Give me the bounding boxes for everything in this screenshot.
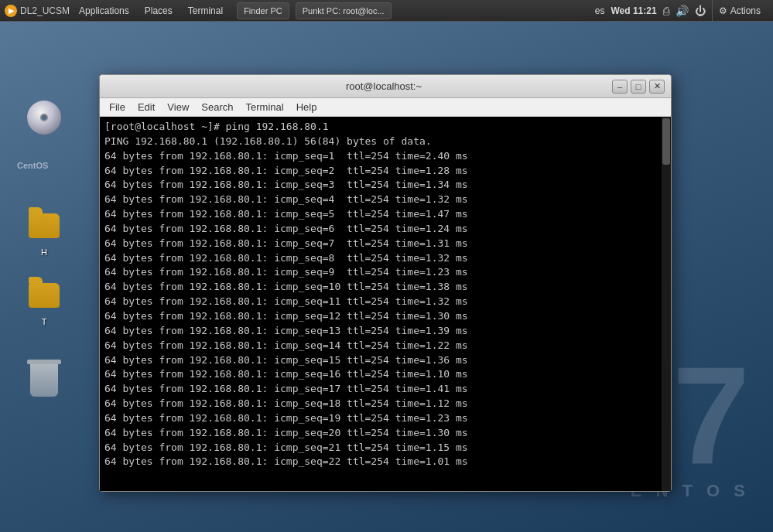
network-icon[interactable]: ⎙ [663,5,669,17]
taskbar-window-item[interactable]: Finder PC [237,2,289,19]
taskbar-places[interactable]: Places [137,0,180,22]
terminal-titlebar: root@localhost:~ – □ ✕ [100,75,671,98]
trash-icon [26,362,63,399]
volume-icon[interactable]: 🔊 [676,5,689,17]
folder-icon-t [26,277,63,314]
terminal-output: [root@localhost ~]# ping 192.168.80.1 PI… [104,120,666,469]
power-icon[interactable]: ⏻ [695,5,706,17]
maximize-button[interactable]: □ [631,80,646,94]
desktop-icon-folder-h[interactable]: H [17,207,71,257]
centos-7-graphic: 7 [672,346,750,486]
actions-label: Actions [730,5,761,16]
terminal-controls: – □ ✕ [612,80,665,94]
disc-icon [26,99,63,136]
taskbar-terminal[interactable]: Terminal [180,0,231,22]
desktop: CentOS H T [0,22,773,532]
desktop-icon-folder-t[interactable]: T [17,277,71,326]
app-logo-icon: ▶ [5,5,17,17]
taskbar-window-label: Finder PC [244,6,282,15]
taskbar-time: Wed 11:21 [611,5,657,16]
close-button[interactable]: ✕ [649,80,665,94]
terminal-menu-search[interactable]: Search [195,98,239,117]
terminal-menu-help[interactable]: Help [290,98,323,117]
terminal-menu-terminal[interactable]: Terminal [240,98,290,117]
folder-h-label: H [41,247,47,257]
scrollbar-thumb[interactable] [662,118,670,165]
terminal-window: root@localhost:~ – □ ✕ File Edit View Se… [99,74,672,492]
actions-button[interactable]: ⚙ Actions [712,0,767,22]
taskbar-menu: Applications Places Terminal [71,0,231,22]
app-title: DL2_UCSM [20,5,70,16]
centos-label: CentOS [17,161,48,170]
taskbar-window-item2[interactable]: Punkt PC: root@loc... [296,2,392,19]
terminal-title: root@localhost:~ [156,80,612,92]
taskbar-window-label2: Punkt PC: root@loc... [303,6,385,15]
terminal-menubar: File Edit View Search Terminal Help [100,98,671,117]
folder-t-label: T [42,317,47,326]
folder-icon-h [26,207,63,244]
scrollbar[interactable] [662,117,671,491]
taskbar-lang: es [595,5,605,16]
terminal-menu-file[interactable]: File [103,98,132,117]
taskbar: ▶ DL2_UCSM Applications Places Terminal … [0,0,773,22]
terminal-menu-edit[interactable]: Edit [132,98,161,117]
terminal-menu-view[interactable]: View [161,98,195,117]
minimize-button[interactable]: – [612,80,628,94]
desktop-icon-trash[interactable] [17,362,71,402]
gear-icon: ⚙ [719,5,727,16]
taskbar-left: ▶ DL2_UCSM Applications Places Terminal … [0,0,595,22]
taskbar-applications[interactable]: Applications [71,0,137,22]
terminal-body[interactable]: [root@localhost ~]# ping 192.168.80.1 PI… [100,117,671,491]
desktop-icon-disc[interactable] [17,99,71,139]
taskbar-right: es Wed 11:21 ⎙ 🔊 ⏻ ⚙ Actions [595,0,773,22]
